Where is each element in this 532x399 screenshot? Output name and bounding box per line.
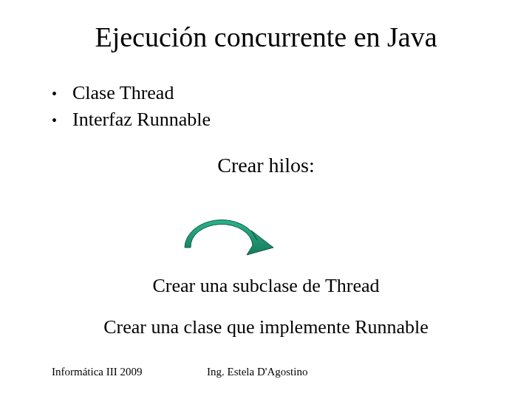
body-line-2: Crear una clase que implemente Runnable xyxy=(0,316,532,338)
body-line-1: Crear una subclase de Thread xyxy=(0,275,532,297)
bullet-dot-icon: • xyxy=(52,83,72,104)
slide: Ejecución concurrente en Java • Clase Th… xyxy=(0,0,532,399)
bullet-text: Clase Thread xyxy=(72,80,174,106)
list-item: • Interfaz Runnable xyxy=(52,106,211,133)
bullet-text: Interfaz Runnable xyxy=(72,106,211,133)
curved-arrow-icon xyxy=(170,207,281,259)
slide-title: Ejecución concurrente en Java xyxy=(0,21,532,53)
list-item: • Clase Thread xyxy=(52,80,211,106)
footer-left: Informática III 2009 xyxy=(52,366,142,378)
footer-center: Ing. Estela D'Agostino xyxy=(207,366,307,378)
bullet-dot-icon: • xyxy=(52,110,72,131)
bullet-list: • Clase Thread • Interfaz Runnable xyxy=(52,80,211,134)
subheading: Crear hilos: xyxy=(0,154,532,177)
